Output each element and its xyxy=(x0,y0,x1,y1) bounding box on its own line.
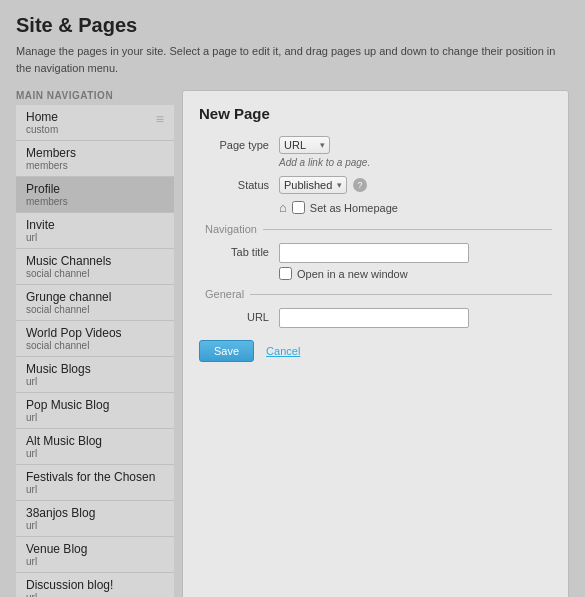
main-layout: MAIN NAVIGATION Home custom ≡ Members me… xyxy=(16,90,569,597)
page-title: Site & Pages xyxy=(16,14,569,37)
sidebar-item-38anjos[interactable]: 38anjos Blog url xyxy=(16,501,174,537)
page-type-row: Page type URL Blog Forum ▾ Add a link to… xyxy=(199,136,552,168)
tab-title-label: Tab title xyxy=(199,243,279,258)
save-button[interactable]: Save xyxy=(199,340,254,362)
page-container: Site & Pages Manage the pages in your si… xyxy=(0,0,585,597)
page-type-select-wrapper[interactable]: URL Blog Forum ▾ xyxy=(279,136,330,154)
main-nav-label: MAIN NAVIGATION xyxy=(16,90,174,101)
set-homepage-label: Set as Homepage xyxy=(310,202,398,214)
page-type-label: Page type xyxy=(199,136,279,151)
page-description: Manage the pages in your site. Select a … xyxy=(16,43,569,76)
sidebar-item-members[interactable]: Members members xyxy=(16,141,174,177)
button-row: Save Cancel xyxy=(199,340,552,362)
sidebar-item-festivals[interactable]: Festivals for the Chosen url xyxy=(16,465,174,501)
open-new-window-label: Open in a new window xyxy=(297,268,408,280)
status-select-wrapper[interactable]: Published Draft ▾ xyxy=(279,176,347,194)
status-row: Status Published Draft ▾ ? ⌂ xyxy=(199,176,552,215)
navigation-divider: Navigation xyxy=(199,223,552,235)
navigation-section-label: Navigation xyxy=(199,223,263,235)
panel-title: New Page xyxy=(199,105,552,122)
home-icon: ⌂ xyxy=(279,200,287,215)
cancel-button[interactable]: Cancel xyxy=(260,340,306,362)
sidebar-item-alt-music-blog[interactable]: Alt Music Blog url xyxy=(16,429,174,465)
sidebar-item-home[interactable]: Home custom ≡ xyxy=(16,105,174,141)
tab-title-input[interactable] xyxy=(279,243,469,263)
new-page-panel: New Page Page type URL Blog Forum ▾ Add … xyxy=(182,90,569,597)
sidebar-item-world-pop[interactable]: World Pop Videos social channel xyxy=(16,321,174,357)
drag-icon-home: ≡ xyxy=(156,111,164,127)
sidebar-item-pop-music-blog[interactable]: Pop Music Blog url xyxy=(16,393,174,429)
sidebar-item-music-blogs[interactable]: Music Blogs url xyxy=(16,357,174,393)
homepage-row: ⌂ Set as Homepage xyxy=(279,200,552,215)
sidebar-item-invite[interactable]: Invite url xyxy=(16,213,174,249)
url-label: URL xyxy=(199,308,279,323)
url-row: URL xyxy=(199,308,552,328)
open-new-window-checkbox[interactable] xyxy=(279,267,292,280)
sidebar-item-discussion-blog[interactable]: Discussion blog! url xyxy=(16,573,174,597)
sidebar-item-grunge-channel[interactable]: Grunge channel social channel xyxy=(16,285,174,321)
info-icon[interactable]: ? xyxy=(353,178,367,192)
tab-title-row: Tab title Open in a new window xyxy=(199,243,552,280)
general-section-label: General xyxy=(199,288,250,300)
page-type-select[interactable]: URL Blog Forum xyxy=(284,139,332,151)
sidebar-item-profile[interactable]: Profile members xyxy=(16,177,174,213)
url-input[interactable] xyxy=(279,308,469,328)
set-homepage-checkbox[interactable] xyxy=(292,201,305,214)
sidebar-item-venue-blog[interactable]: Venue Blog url xyxy=(16,537,174,573)
page-type-hint: Add a link to a page. xyxy=(279,157,552,168)
status-select[interactable]: Published Draft xyxy=(284,179,349,191)
sidebar-item-music-channels[interactable]: Music Channels social channel xyxy=(16,249,174,285)
general-divider: General xyxy=(199,288,552,300)
status-label: Status xyxy=(199,176,279,191)
sidebar: MAIN NAVIGATION Home custom ≡ Members me… xyxy=(16,90,174,597)
